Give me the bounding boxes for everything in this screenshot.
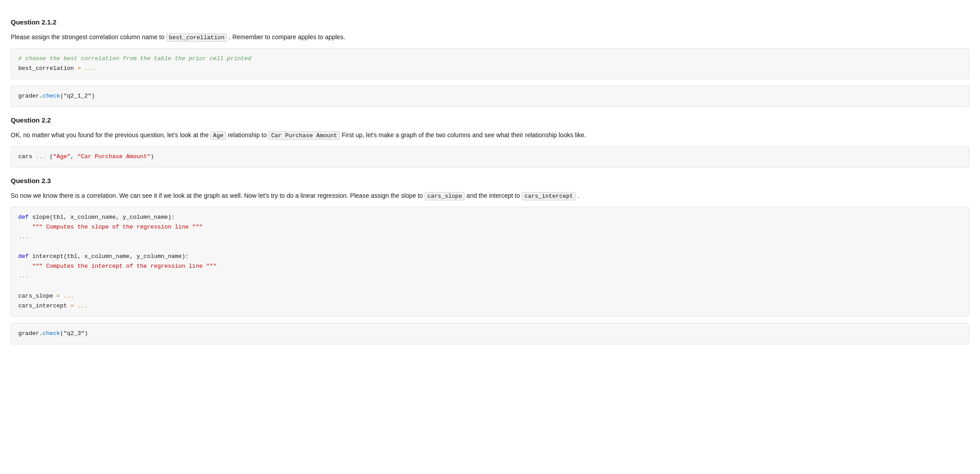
q23-desc3: . (577, 192, 579, 199)
code-cell-q212-comment[interactable]: # choose the best correlation from the t… (11, 48, 969, 79)
grader-text: grader. (18, 93, 43, 99)
slope-val: ... (63, 293, 74, 299)
check-method: check (43, 93, 60, 99)
def1-ellipsis: ... (18, 233, 29, 240)
intercept-assign: = (67, 302, 77, 309)
q22-desc-after: First up, let's make a graph of the two … (342, 131, 586, 139)
def2-params: (tbl, x_column_name, y_column_name): (63, 253, 189, 260)
q23-desc2: and the intercept to (466, 192, 520, 199)
ellipsis-val: ... (84, 65, 95, 72)
slope-assign: = (53, 293, 63, 299)
q23-inline-slope: cars_slope (424, 192, 465, 200)
assign-op: = (74, 65, 84, 72)
def2-keyword: def (18, 253, 32, 260)
cars-ellipsis: ... (32, 153, 49, 160)
def1-keyword: def (18, 214, 32, 221)
q22-inline-age: Age (210, 131, 226, 140)
check2-arg: ("q2_3") (60, 330, 88, 337)
section-q22: Question 2.2 OK, no matter what you foun… (11, 115, 969, 168)
grader2-text: grader. (18, 330, 43, 337)
intercept-val: ... (78, 302, 88, 309)
question-title-212: Question 2.1.2 (11, 17, 969, 28)
question-title-23: Question 2.3 (11, 176, 969, 186)
check2-method: check (43, 330, 60, 337)
section-q23: Question 2.3 So now we know there is a c… (11, 176, 969, 344)
q22-desc-before: OK, no matter what you found for the pre… (11, 131, 209, 139)
cars-slope-var: cars_slope (18, 293, 53, 299)
question-text-212: Please assign the strongest correlation … (11, 32, 969, 43)
cars-paren-open: ( (49, 153, 53, 160)
var-best-corr: best_correlation (18, 65, 74, 72)
cars-arg2: "Car Purchase Amount" (78, 153, 151, 160)
check-arg: ("q2_1_2") (60, 93, 95, 99)
q22-inline-cpa: Car Purchase Amount (268, 131, 340, 140)
question-text-22: OK, no matter what you found for the pre… (11, 130, 969, 141)
code-cell-q23-grader[interactable]: grader.check("q2_3") (11, 323, 969, 344)
def2-docstring: """ Computes the intercept of the regres… (32, 263, 216, 270)
cars-arg1: "Age" (53, 153, 70, 160)
question-title-22: Question 2.2 (11, 115, 969, 126)
def1-params: (tbl, x_column_name, y_column_name): (49, 214, 175, 221)
question-text-23: So now we know there is a correlation. W… (11, 191, 969, 201)
q212-inline-code1: best_corellation (166, 33, 227, 42)
q23-desc1: So now we know there is a correlation. W… (11, 192, 423, 199)
def2-name: intercept (32, 253, 63, 260)
code-cell-q212-grader[interactable]: grader.check("q2_1_2") (11, 86, 969, 107)
q22-desc-middle: relationship to (228, 131, 267, 139)
q212-desc2: . Remember to compare apples to apples. (229, 33, 345, 41)
q212-desc1: Please assign the strongest correlation … (11, 33, 165, 41)
cars-intercept-var: cars_intercept (18, 302, 67, 309)
cars-var: cars (18, 153, 32, 160)
cars-comma: , (70, 153, 78, 160)
def1-name: slope (32, 214, 49, 221)
code-cell-q23-main[interactable]: def slope(tbl, x_column_name, y_column_n… (11, 207, 969, 317)
cars-paren-close: ) (151, 153, 154, 160)
def1-docstring: """ Computes the slope of the regression… (32, 224, 202, 230)
code-cell-q22[interactable]: cars ... ("Age", "Car Purchase Amount") (11, 146, 969, 168)
def2-ellipsis: ... (18, 273, 29, 279)
comment-line: # choose the best correlation from the t… (18, 55, 251, 62)
section-q212: Question 2.1.2 Please assign the stronge… (11, 17, 969, 107)
q23-inline-intercept: cars_intercept (522, 192, 576, 200)
